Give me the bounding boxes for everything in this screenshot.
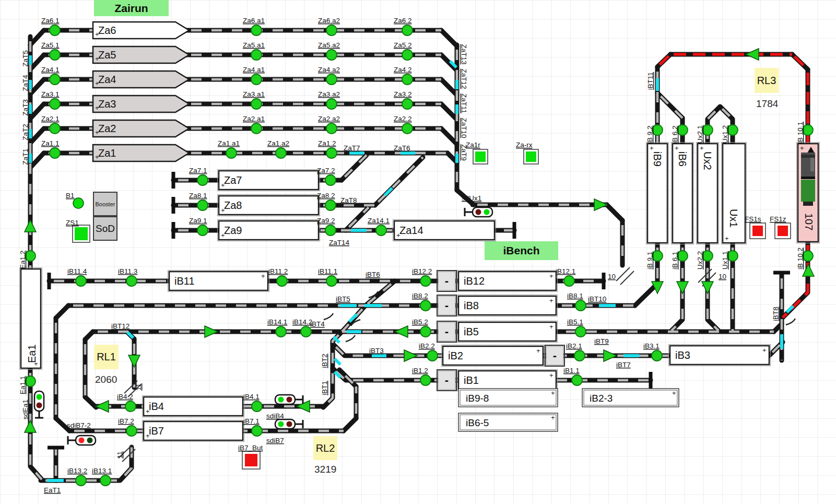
sensor-Ux2.1[interactable] <box>702 125 713 135</box>
sensor-Za8.1[interactable] <box>197 200 208 210</box>
block-plus-iB11: + <box>261 272 265 280</box>
sensor-Za2.1[interactable] <box>50 123 60 134</box>
sensor-iB11.2[interactable] <box>277 276 287 286</box>
sensor-Za6.2[interactable] <box>402 25 413 36</box>
sensor-Za2.a1[interactable] <box>251 123 262 134</box>
sensor-Ux2.2[interactable] <box>702 251 713 261</box>
block-label-iB5: iB5 <box>464 326 479 337</box>
sensor-iB1.2[interactable] <box>420 375 431 385</box>
sensor-iB12.1[interactable] <box>564 276 574 286</box>
sensor-iB13.2[interactable] <box>76 475 86 486</box>
sensor-Za2.2[interactable] <box>402 123 413 134</box>
sensor-Za9.2[interactable] <box>325 225 336 236</box>
sensor-iB5.2[interactable] <box>420 326 431 337</box>
button-minus-iB8[interactable]: - <box>437 295 456 316</box>
sensor-iB 6.1[interactable] <box>677 251 688 261</box>
button-minus-iB2[interactable]: - <box>545 345 564 366</box>
sensor-Ea1.2[interactable] <box>25 251 36 261</box>
label-iBT5-6: iBT5 <box>336 295 350 303</box>
indicator-B1[interactable] <box>73 198 84 208</box>
sensor-iB8.1[interactable] <box>575 300 586 311</box>
indicator-FS1z[interactable] <box>775 223 791 239</box>
sensor-iB11.1[interactable] <box>326 276 337 286</box>
sensor-Za5.2[interactable] <box>402 50 413 60</box>
sensor-iB11.4[interactable] <box>76 276 86 286</box>
sensor-label-Za8.2: Za8.2 <box>317 192 335 200</box>
label-iBT2-38: iBT2 <box>321 354 328 368</box>
sensor-iB13.1[interactable] <box>100 475 111 486</box>
indicator-FS1s[interactable] <box>750 223 766 239</box>
sensor-iB2.2[interactable] <box>427 350 438 361</box>
train-image-part-4 <box>801 180 815 202</box>
sensor-iB5.1[interactable] <box>575 326 586 337</box>
sensor-label-iB3.1: iB3.1 <box>643 342 660 350</box>
sensor-Za5.1[interactable] <box>50 50 60 60</box>
sensor-Za4.a1[interactable] <box>251 74 262 85</box>
sensor-label-Za5.a2: Za5.a2 <box>318 41 340 49</box>
button-minus-iB12[interactable]: - <box>437 271 456 291</box>
sensor-Za14.1[interactable] <box>376 225 386 236</box>
block-label-iB7: iB7 <box>149 425 164 437</box>
sensor-Za6.a2[interactable] <box>326 25 337 36</box>
sensor-Za6.a1[interactable] <box>251 25 262 36</box>
sensor-iB7.2[interactable] <box>126 426 137 436</box>
sensor-iB 6.2[interactable] <box>677 125 688 135</box>
sensor-Za8.2[interactable] <box>325 200 336 210</box>
sensor-iB 9.2[interactable] <box>652 125 663 135</box>
sensor-label-iB4.2: iB4.2 <box>117 393 133 401</box>
sensor-iB4.2[interactable] <box>125 401 136 412</box>
indicator-Za1r[interactable] <box>473 149 488 164</box>
block-plus-Za3: + <box>95 104 99 112</box>
sensor-Za1.a2[interactable] <box>276 148 286 158</box>
sensor-label-iB8.2: iB8.2 <box>412 292 428 300</box>
sensor-Za1.1[interactable] <box>50 148 60 158</box>
group-block-label-iB6-5: iB6-5 <box>466 417 489 428</box>
sod-box[interactable]: SoD <box>93 216 117 241</box>
sensor-Ea1.1[interactable] <box>25 376 36 386</box>
sensor-Za4.a2[interactable] <box>326 74 337 85</box>
sensor-Za4.1[interactable] <box>50 74 60 85</box>
sensor-Ux1.2[interactable] <box>727 125 738 135</box>
sensor-Za3.1[interactable] <box>50 99 60 109</box>
sensor-label-iB14.2: iB14.2 <box>292 318 312 326</box>
indicator-ZS1[interactable] <box>73 225 90 242</box>
sensor-Za3.a2[interactable] <box>326 99 337 109</box>
block-Ux1[interactable] <box>723 144 745 243</box>
sensor-iB2.1[interactable] <box>574 350 585 361</box>
sensor-Za9.1[interactable] <box>197 225 208 236</box>
sensor-Za5.a1[interactable] <box>251 50 262 60</box>
sensor-Za2.a2[interactable] <box>326 123 337 134</box>
sensor-iB7.1[interactable] <box>252 426 262 436</box>
sensor-label-Za4.1: Za4.1 <box>41 66 60 74</box>
sensor-iB4.1[interactable] <box>252 401 262 412</box>
indicator-Za-rx[interactable] <box>524 149 538 164</box>
sensor-iB 10.2[interactable] <box>803 251 813 261</box>
booster-box[interactable]: Booster <box>93 192 117 216</box>
block-plus-iB5: + <box>549 323 554 331</box>
sensor-Za3.a1[interactable] <box>251 99 262 109</box>
sensor-iB11.3[interactable] <box>126 276 137 286</box>
sensor-Ux1.1[interactable] <box>727 251 738 261</box>
sensor-Za4.2[interactable] <box>402 74 413 85</box>
sensor-Za3.2[interactable] <box>402 99 413 109</box>
sensor-iB14.1[interactable] <box>276 326 286 337</box>
sensor-iB 10.1[interactable] <box>803 125 813 135</box>
sensor-Za5.a2[interactable] <box>326 50 337 60</box>
group-block-plus-iB9-8: + <box>551 389 555 397</box>
sensor-iB 9.1[interactable] <box>652 251 663 261</box>
indicator-iB7_But[interactable] <box>242 451 260 469</box>
sensor-label-iB2.1: iB2.1 <box>566 342 582 350</box>
sensor-Za7.2[interactable] <box>325 175 336 185</box>
sensor-Za6.1[interactable] <box>50 25 60 36</box>
button-minus-iB5[interactable]: - <box>437 321 456 342</box>
sensor-label-Za4.a1: Za4.a1 <box>243 66 265 74</box>
sensor-iB3.1[interactable] <box>652 350 662 361</box>
sensor-iB14.2[interactable] <box>301 326 311 337</box>
sensor-Za1.a1[interactable] <box>226 148 237 158</box>
sensor-iB1.1[interactable] <box>572 375 582 385</box>
sensor-Za1.2[interactable] <box>326 148 337 158</box>
sensor-Za7.1[interactable] <box>197 175 208 185</box>
sensor-iB8.2[interactable] <box>420 300 431 311</box>
sensor-iB12.2[interactable] <box>420 276 431 286</box>
button-minus-iB1[interactable]: - <box>437 370 456 391</box>
